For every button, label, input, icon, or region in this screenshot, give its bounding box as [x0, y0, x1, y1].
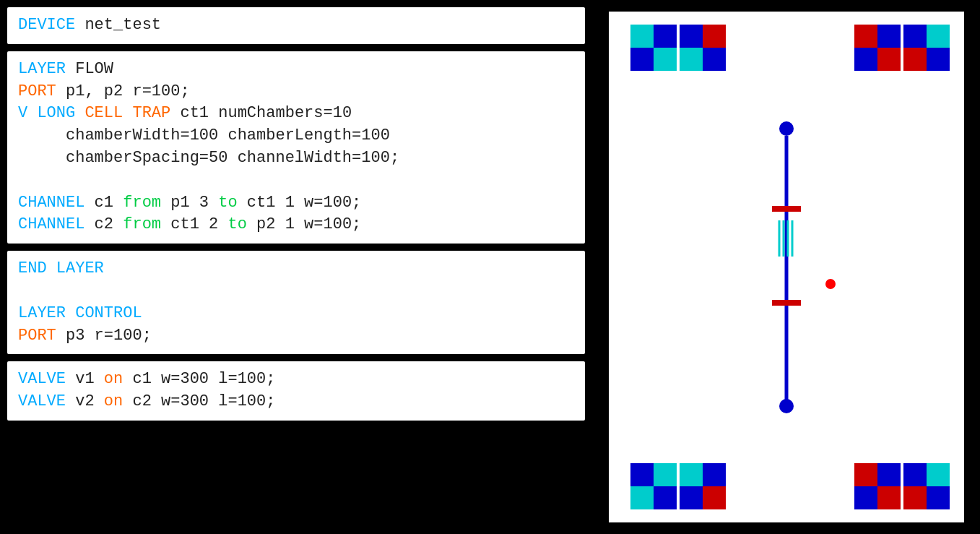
- svg-rect-2: [772, 206, 801, 212]
- v-keyword: V: [18, 104, 27, 122]
- channel2-mid: ct1 2: [161, 215, 227, 233]
- control-keyword: CONTROL: [66, 304, 142, 322]
- chamber-line2: chamberWidth=100 chamberLength=100: [18, 126, 390, 145]
- bottom-left-chips: [630, 463, 726, 509]
- chip-tl-1: [630, 25, 677, 71]
- right-panel: [592, 0, 980, 534]
- device-name: net_test: [75, 16, 161, 34]
- chip-tr-2: [903, 25, 950, 71]
- valve1-rest: c1 w=300 l=100;: [123, 370, 275, 388]
- valve2-name: v2: [66, 392, 104, 410]
- end-keyword: END: [18, 259, 47, 277]
- channel2-keyword: CHANNEL: [18, 215, 84, 233]
- valve-block: VALVE v1 on c1 w=300 l=100; VALVE v2 on …: [7, 361, 585, 421]
- trap-rest: ct1 numChambers=10: [170, 104, 352, 122]
- chip-tr-1: [854, 25, 901, 71]
- port-keyword: PORT: [18, 82, 56, 100]
- layer-flow-block: LAYER FLOW PORT p1, p2 r=100; V LONG CEL…: [7, 51, 585, 244]
- valve2-keyword: VALVE: [18, 392, 66, 410]
- valve1-keyword: VALVE: [18, 370, 66, 388]
- chip-bl-2: [680, 463, 726, 509]
- channel2-name: c2: [84, 215, 123, 233]
- device-keyword: DEVICE: [18, 16, 75, 34]
- top-left-chips: [630, 25, 726, 71]
- chip-br-2: [903, 463, 950, 509]
- device-block: DEVICE net_test: [7, 7, 585, 44]
- to2-keyword: to: [227, 215, 246, 233]
- end-layer-block: END LAYER LAYER CONTROL PORT p3 r=100;: [7, 251, 585, 354]
- channel1-keyword: CHANNEL: [18, 194, 84, 212]
- svg-point-0: [779, 121, 794, 136]
- channel1-mid: p1 3: [161, 194, 218, 212]
- channel2-rest: p2 1 w=100;: [247, 215, 361, 233]
- svg-rect-7: [772, 300, 801, 306]
- layer2-keyword: LAYER: [18, 304, 66, 322]
- svg-point-8: [779, 399, 794, 413]
- top-right-chips: [854, 25, 950, 71]
- port2-values: p3 r=100;: [56, 327, 152, 345]
- on2-keyword: on: [104, 392, 123, 410]
- from1-keyword: from: [123, 194, 161, 212]
- port2-keyword: PORT: [18, 327, 56, 345]
- chip-br-1: [854, 463, 901, 509]
- port-values: p1, p2 r=100;: [56, 82, 190, 100]
- left-panel: DEVICE net_test LAYER FLOW PORT p1, p2 r…: [0, 0, 592, 534]
- from2-keyword: from: [123, 215, 161, 233]
- bottom-right-chips: [854, 463, 950, 509]
- chip-bl-1: [630, 463, 677, 509]
- cell-keyword: CELL: [75, 104, 123, 122]
- on1-keyword: on: [104, 370, 123, 388]
- chamber-line3: chamberSpacing=50 channelWidth=100;: [18, 149, 399, 167]
- valve1-name: v1: [66, 370, 104, 388]
- long-keyword: LONG: [27, 104, 75, 122]
- layer-keyword: LAYER: [18, 60, 66, 78]
- viz-container: [606, 9, 967, 525]
- channel1-rest: ct1 1 w=100;: [238, 194, 362, 212]
- port-dot: [825, 279, 836, 289]
- trap-keyword: TRAP: [123, 104, 170, 122]
- center-diagram: [758, 116, 815, 419]
- channel1-name: c1: [84, 194, 123, 212]
- end-layer-keyword: LAYER: [47, 259, 104, 277]
- to1-keyword: to: [218, 194, 237, 212]
- layer-name: FLOW: [66, 60, 113, 78]
- chip-tl-2: [680, 25, 726, 71]
- valve2-rest: c2 w=300 l=100;: [123, 392, 275, 410]
